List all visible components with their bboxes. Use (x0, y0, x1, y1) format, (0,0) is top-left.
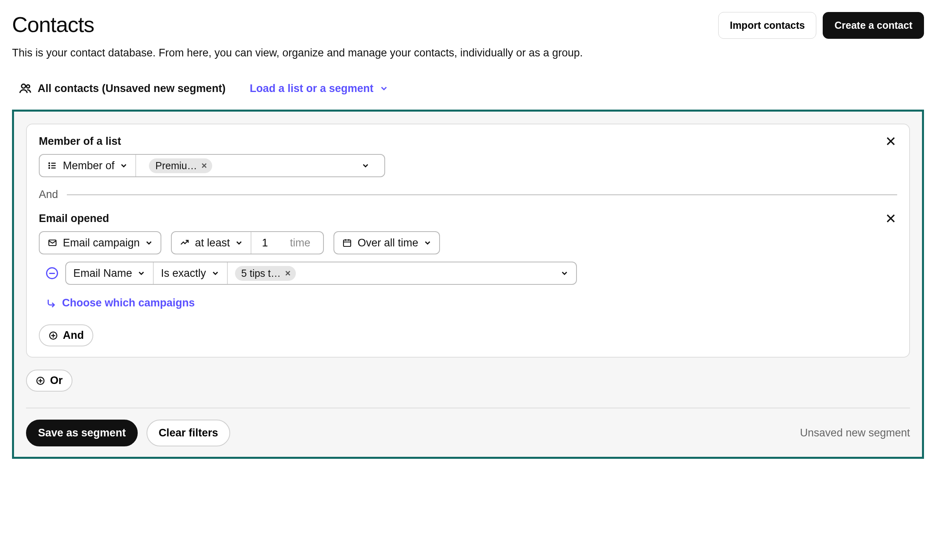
member-of-control: Member of Premiu… (39, 154, 385, 177)
chevron-down-icon (423, 238, 432, 247)
subfilter-operator-select[interactable]: Is exactly (154, 262, 228, 284)
segment-footer: Save as segment Clear filters Unsaved ne… (26, 420, 910, 446)
import-contacts-button[interactable]: Import contacts (718, 12, 817, 39)
chevron-down-icon (361, 161, 370, 170)
add-and-row: And (39, 324, 897, 346)
remove-condition-2-button[interactable] (884, 212, 897, 225)
plus-circle-icon (48, 331, 58, 340)
create-contact-button[interactable]: Create a contact (823, 12, 924, 39)
close-icon (885, 212, 897, 224)
page-description: This is your contact database. From here… (12, 47, 924, 59)
svg-point-6 (49, 165, 50, 166)
divider-line (67, 194, 897, 195)
subfilter-value-picker[interactable]: 5 tips t… (228, 262, 576, 284)
count-value-wrap: time (251, 232, 323, 254)
email-campaign-select[interactable]: Email campaign (39, 231, 161, 254)
svg-point-8 (49, 168, 50, 168)
condition-title-2: Email opened (39, 212, 109, 225)
email-campaign-label: Email campaign (63, 237, 140, 249)
and-label: And (39, 188, 58, 201)
chevron-down-icon (137, 269, 146, 278)
footer-actions: Save as segment Clear filters (26, 420, 230, 446)
chevron-down-icon (119, 161, 128, 170)
page-header: Contacts Import contacts Create a contac… (12, 8, 924, 44)
chevron-down-icon (211, 269, 220, 278)
condition-2-controls: Email campaign at least time (39, 231, 897, 254)
count-unit: time (290, 237, 316, 249)
condition-header-1: Member of a list (39, 135, 897, 148)
at-least-label: at least (195, 237, 230, 249)
segment-builder-frame: Member of a list Member of Premiu… (12, 110, 924, 459)
subfilter-chip-text: 5 tips t… (241, 268, 281, 279)
subfilter-op-label: Is exactly (161, 267, 206, 280)
list-icon (47, 161, 58, 170)
chevron-down-icon (560, 269, 569, 278)
add-and-label: And (63, 329, 84, 342)
time-range-select[interactable]: Over all time (333, 231, 440, 254)
add-or-label: Or (50, 374, 63, 387)
member-of-selector[interactable]: Member of (40, 155, 136, 176)
segment-conditions-card: Member of a list Member of Premiu… (26, 124, 910, 358)
condition-1-controls: Member of Premiu… (39, 154, 897, 177)
add-or-row: Or (26, 370, 910, 392)
chevron-down-icon (379, 84, 389, 93)
trend-up-icon (179, 238, 190, 248)
member-of-chip-text: Premiu… (155, 160, 197, 172)
svg-rect-15 (343, 240, 351, 246)
page-title: Contacts (12, 12, 94, 37)
time-range-label: Over all time (358, 237, 418, 249)
condition-2-subfilter: Email Name Is exactly 5 tips t… (46, 262, 897, 285)
choose-campaigns-link[interactable]: Choose which campaigns (46, 297, 897, 309)
add-and-button[interactable]: And (39, 324, 93, 346)
plus-circle-icon (36, 376, 45, 386)
clear-filters-button[interactable]: Clear filters (147, 420, 230, 446)
subfilter-value-chip: 5 tips t… (235, 266, 296, 281)
load-list-label: Load a list or a segment (250, 82, 374, 95)
header-actions: Import contacts Create a contact (718, 12, 924, 39)
envelope-icon (47, 238, 58, 248)
subfilter-field-label: Email Name (73, 267, 132, 280)
count-input[interactable] (259, 237, 283, 249)
chevron-down-icon (235, 238, 243, 247)
remove-chip-icon[interactable] (200, 162, 208, 170)
users-icon (18, 82, 32, 95)
arrow-sub-icon (46, 298, 56, 308)
condition-header-2: Email opened (39, 212, 897, 225)
calendar-icon (341, 238, 353, 248)
save-segment-button[interactable]: Save as segment (26, 420, 138, 446)
at-least-selector[interactable]: at least (172, 232, 251, 254)
remove-condition-1-button[interactable] (884, 135, 897, 148)
svg-point-0 (22, 84, 26, 88)
footer-separator (26, 408, 910, 408)
all-contacts-label-group: All contacts (Unsaved new segment) (18, 82, 226, 95)
close-icon (885, 135, 897, 147)
all-contacts-label: All contacts (Unsaved new segment) (38, 82, 226, 95)
subnav: All contacts (Unsaved new segment) Load … (12, 71, 924, 110)
segment-status: Unsaved new segment (800, 427, 910, 439)
chevron-down-icon (145, 238, 153, 247)
svg-point-1 (26, 85, 30, 88)
and-divider: And (39, 188, 897, 201)
member-of-chip: Premiu… (149, 158, 212, 173)
add-or-button[interactable]: Or (26, 370, 72, 392)
remove-subfilter-button[interactable] (46, 267, 58, 279)
subfilter-field-select[interactable]: Email Name (66, 262, 154, 284)
count-control: at least time (171, 231, 324, 254)
member-of-label: Member of (63, 160, 114, 172)
minus-icon (49, 273, 55, 274)
remove-chip-icon[interactable] (284, 269, 292, 277)
choose-campaigns-label: Choose which campaigns (62, 297, 195, 309)
load-list-link[interactable]: Load a list or a segment (250, 82, 389, 95)
condition-title-1: Member of a list (39, 135, 121, 148)
subfilter-control: Email Name Is exactly 5 tips t… (65, 262, 577, 285)
svg-point-4 (49, 163, 50, 164)
member-of-value-picker[interactable]: Premiu… (136, 155, 384, 176)
